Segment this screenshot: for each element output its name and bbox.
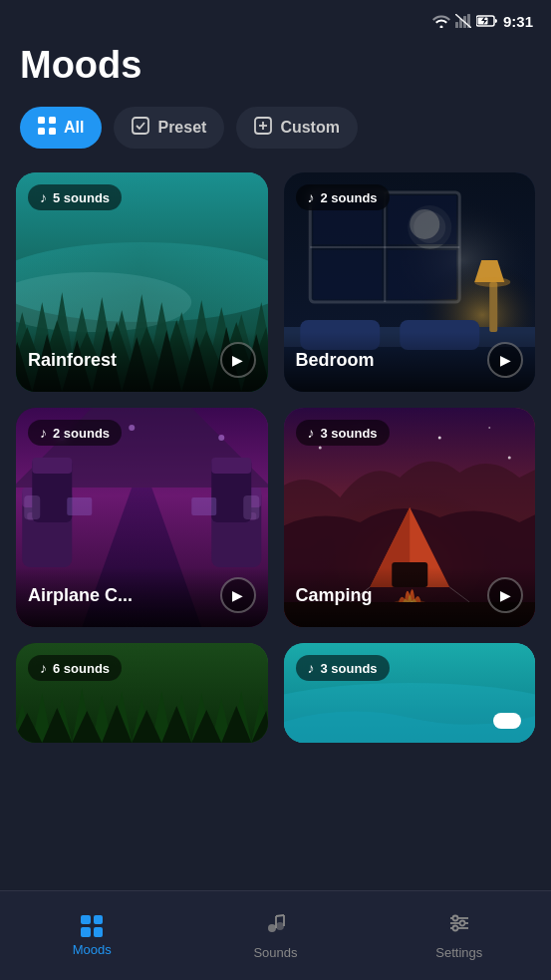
- moods-grid: ♪ 5 sounds Rainforest ▶: [0, 172, 551, 627]
- filter-tab-preset[interactable]: Preset: [114, 107, 224, 149]
- rainforest-card-label: Rainforest ▶: [16, 332, 268, 392]
- custom-icon: [254, 117, 272, 139]
- svg-rect-10: [49, 128, 56, 135]
- camping-sounds-count: 3 sounds: [321, 426, 378, 441]
- note-icon2: ♪: [308, 189, 315, 205]
- svg-point-65: [507, 457, 510, 460]
- airplane-name: Airplane C...: [28, 585, 133, 606]
- svg-point-70: [268, 924, 276, 932]
- status-icons: 9:31: [432, 13, 533, 30]
- note-icon6: ♪: [308, 660, 315, 676]
- moods-nav-icon: [81, 915, 103, 937]
- svg-rect-29: [388, 250, 456, 299]
- nav-item-sounds[interactable]: Sounds: [183, 912, 367, 960]
- bedroom-sounds-count: 2 sounds: [321, 190, 378, 205]
- rainforest-sounds-count: 5 sounds: [53, 190, 110, 205]
- note-icon5: ♪: [40, 660, 47, 676]
- status-bar: 9:31: [0, 0, 551, 36]
- camping-name: Camping: [296, 585, 373, 606]
- bedroom-card-label: Bedroom ▶: [284, 332, 536, 392]
- svg-rect-27: [313, 250, 382, 299]
- nav-item-moods[interactable]: Moods: [0, 915, 183, 957]
- svg-rect-54: [191, 497, 216, 515]
- svg-rect-51: [24, 495, 40, 519]
- svg-rect-35: [489, 282, 497, 332]
- mood-card-camping[interactable]: ♪ 3 sounds Camping ▶: [284, 408, 536, 627]
- svg-rect-53: [67, 497, 92, 515]
- rainforest-play-button[interactable]: ▶: [220, 342, 256, 378]
- svg-point-71: [276, 922, 284, 930]
- bedroom-play-button[interactable]: ▶: [487, 342, 523, 378]
- svg-rect-52: [243, 495, 259, 519]
- signal-icon: [455, 14, 471, 28]
- airplane-card-label: Airplane C... ▶: [16, 567, 268, 627]
- beach-sounds-count: 3 sounds: [321, 661, 378, 676]
- bottom-nav: Moods Sounds Settings: [0, 890, 551, 980]
- battery-icon: [476, 14, 498, 28]
- svg-point-61: [318, 447, 321, 450]
- preset-icon: [132, 117, 149, 139]
- grid-icon: [38, 117, 56, 139]
- mood-card-rainforest[interactable]: ♪ 5 sounds Rainforest ▶: [16, 172, 268, 392]
- note-icon3: ♪: [40, 425, 47, 441]
- sounds-nav-icon: [264, 912, 286, 940]
- nav-label-moods: Moods: [73, 942, 112, 957]
- forest2-sounds-count: 6 sounds: [53, 661, 110, 676]
- note-icon: ♪: [40, 189, 47, 205]
- forest2-sound-badge: ♪ 6 sounds: [28, 655, 122, 681]
- svg-point-80: [452, 925, 457, 930]
- filter-tabs: All Preset Custom: [0, 107, 551, 172]
- mood-card-beach[interactable]: ♪ 3 sounds: [284, 643, 536, 743]
- svg-rect-9: [38, 128, 45, 135]
- partial-cards: ♪ 6 sounds ♪ 3 sounds: [0, 643, 551, 743]
- svg-rect-47: [211, 458, 251, 474]
- svg-point-79: [459, 920, 464, 925]
- filter-tab-preset-label: Preset: [157, 119, 206, 137]
- mood-card-bedroom[interactable]: ♪ 2 sounds Bedroom ▶: [284, 172, 536, 392]
- airplane-play-button[interactable]: ▶: [220, 577, 256, 613]
- filter-tab-custom[interactable]: Custom: [236, 107, 358, 149]
- status-time: 9:31: [503, 13, 533, 30]
- filter-tab-all-label: All: [64, 119, 84, 137]
- beach-sound-badge: ♪ 3 sounds: [296, 655, 390, 681]
- camping-sound-badge: ♪ 3 sounds: [296, 420, 390, 446]
- bedroom-name: Bedroom: [296, 350, 375, 371]
- wifi-icon: [432, 14, 450, 28]
- nav-item-settings[interactable]: Settings: [368, 912, 551, 960]
- svg-point-64: [488, 427, 490, 429]
- svg-point-63: [437, 437, 440, 440]
- page-title: Moods: [0, 36, 551, 107]
- note-icon4: ♪: [308, 425, 315, 441]
- svg-point-50: [218, 435, 224, 441]
- svg-line-74: [276, 915, 284, 916]
- filter-tab-all[interactable]: All: [20, 107, 102, 149]
- mood-card-forest2[interactable]: ♪ 6 sounds: [16, 643, 268, 743]
- nav-label-sounds: Sounds: [253, 945, 297, 960]
- airplane-sound-badge: ♪ 2 sounds: [28, 420, 122, 446]
- svg-point-78: [452, 915, 457, 920]
- camping-card-label: Camping ▶: [284, 567, 536, 627]
- nav-label-settings: Settings: [435, 945, 482, 960]
- filter-tab-custom-label: Custom: [280, 119, 340, 137]
- svg-rect-0: [455, 22, 458, 28]
- airplane-sounds-count: 2 sounds: [53, 426, 110, 441]
- rainforest-sound-badge: ♪ 5 sounds: [28, 184, 122, 210]
- svg-point-36: [474, 277, 510, 287]
- bedroom-sound-badge: ♪ 2 sounds: [296, 184, 390, 210]
- svg-point-49: [129, 425, 135, 431]
- camping-play-button[interactable]: ▶: [487, 577, 523, 613]
- svg-rect-42: [32, 458, 72, 474]
- svg-point-30: [410, 209, 439, 239]
- mood-card-airplane[interactable]: ♪ 2 sounds Airplane C... ▶: [16, 408, 268, 627]
- svg-rect-11: [133, 118, 148, 134]
- rainforest-name: Rainforest: [28, 350, 117, 371]
- beach-toggle[interactable]: [493, 713, 521, 729]
- svg-rect-8: [49, 117, 56, 124]
- svg-rect-7: [38, 117, 45, 124]
- settings-nav-icon: [448, 912, 470, 940]
